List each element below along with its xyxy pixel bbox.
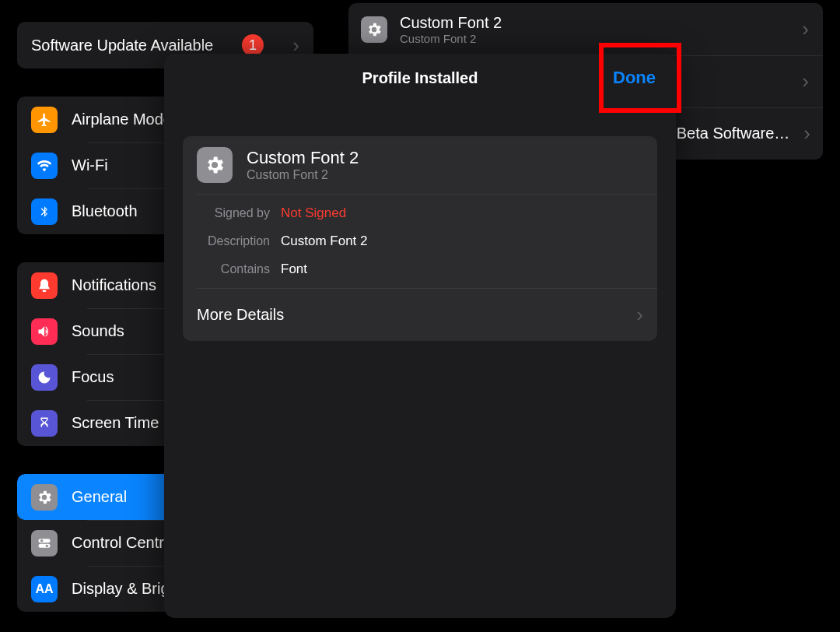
card-title: Custom Font 2 — [247, 148, 359, 168]
description-value: Custom Font 2 — [281, 233, 368, 249]
gear-icon — [197, 147, 233, 183]
card-header-text: Custom Font 2 Custom Font 2 — [247, 148, 359, 182]
chevron-right-icon: › — [802, 17, 809, 41]
chevron-right-icon: › — [636, 303, 643, 327]
signed-by-row: Signed by Not Signed — [183, 195, 657, 227]
profile-text: Custom Font 2 Custom Font 2 — [400, 14, 502, 45]
gear-icon — [361, 16, 387, 43]
update-badge: 1 — [242, 34, 264, 56]
svg-point-2 — [40, 539, 43, 542]
more-details-button[interactable]: More Details › — [183, 289, 657, 341]
contains-label: Contains — [197, 262, 270, 276]
sidebar-item-label: Notifications — [72, 276, 156, 294]
signed-by-label: Signed by — [197, 206, 270, 220]
contains-value: Font — [281, 262, 307, 277]
airplane-icon — [31, 107, 58, 133]
sidebar-item-label: Bluetooth — [72, 202, 138, 220]
description-row: Description Custom Font 2 — [183, 227, 657, 255]
profile-title: Custom Font 2 — [400, 14, 502, 32]
bluetooth-icon — [31, 198, 58, 225]
card-header: Custom Font 2 Custom Font 2 — [183, 136, 657, 194]
sheet-title: Profile Installed — [362, 69, 478, 87]
sidebar-item-label: General — [72, 488, 127, 506]
sidebar-item-label: Screen Time — [72, 414, 159, 432]
bell-icon — [31, 272, 58, 299]
sidebar-item-label: Focus — [72, 368, 114, 386]
done-button[interactable]: Done — [613, 54, 656, 102]
sidebar-item-label: Airplane Mode — [72, 111, 172, 128]
svg-rect-0 — [39, 539, 51, 542]
sidebar-item-label: Sounds — [72, 322, 124, 340]
gear-icon — [31, 484, 58, 511]
svg-point-3 — [46, 544, 48, 546]
beta-software-label: Beta Software… — [677, 125, 790, 142]
chevron-right-icon: › — [802, 69, 809, 93]
profile-row-custom-font-2[interactable]: Custom Font 2 Custom Font 2 › — [348, 3, 823, 55]
profile-details-card: Custom Font 2 Custom Font 2 Signed by No… — [183, 136, 657, 341]
wifi-icon — [31, 153, 58, 179]
moon-icon — [31, 364, 58, 391]
contains-row: Contains Font — [183, 255, 657, 288]
hourglass-icon — [31, 410, 58, 437]
more-details-label: More Details — [197, 306, 284, 324]
speaker-icon — [31, 318, 58, 345]
text-size-icon: AA — [31, 576, 58, 602]
card-subtitle: Custom Font 2 — [247, 168, 359, 182]
chevron-right-icon: › — [803, 121, 810, 146]
profile-subtitle: Custom Font 2 — [400, 32, 502, 45]
profile-installed-sheet: Profile Installed Done Custom Font 2 Cus… — [164, 54, 676, 618]
svg-rect-1 — [39, 543, 51, 547]
sidebar-item-label: Control Centre — [72, 534, 173, 552]
sidebar-item-label: Wi-Fi — [72, 156, 108, 174]
toggles-icon — [31, 530, 58, 557]
description-label: Description — [197, 234, 270, 248]
software-update-label: Software Update Available — [31, 37, 213, 54]
sheet-header: Profile Installed Done — [164, 54, 676, 102]
signed-by-value: Not Signed — [281, 205, 346, 221]
